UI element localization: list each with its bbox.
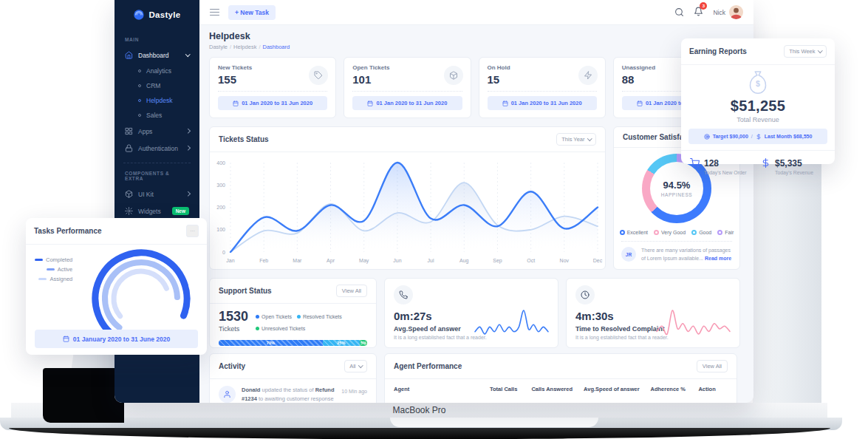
- bottom-row: Activity All Donald updated the status o…: [209, 353, 740, 403]
- happiness-label: HAPPINESS: [661, 192, 693, 197]
- bar-segment: 70%: [219, 340, 323, 346]
- activity-time: 10 Min ago: [341, 389, 367, 394]
- laptop-bezel: MacBook Pro: [11, 403, 827, 418]
- tickets-filter-dropdown[interactable]: This Year: [556, 133, 596, 146]
- tasks-legend: CompletedActiveAssigned: [35, 256, 72, 282]
- tasks-menu-button[interactable]: ...: [186, 225, 199, 237]
- dollar-icon: [756, 134, 762, 140]
- chevron-right-icon: [185, 191, 190, 196]
- search-icon[interactable]: [674, 7, 684, 17]
- stat-card-on-hold: On Hold 15 01 Jan 2020 to 31 Jun 2020: [479, 57, 606, 118]
- laptop-hinge-shadow: [43, 368, 124, 423]
- legend-item: Excellent: [620, 230, 648, 235]
- new-badge: New: [172, 207, 189, 215]
- calendar-icon: [367, 101, 373, 106]
- new-task-button[interactable]: + New Task: [228, 5, 276, 20]
- sidebar-item-sales[interactable]: Sales: [132, 108, 199, 123]
- calendar-icon: [63, 336, 69, 342]
- dashboard-submenu: Analytics CRM Helpdesk Sales: [115, 64, 199, 123]
- note-avatar: JR: [621, 247, 636, 262]
- todays-revenue: $5,335 Today's Revenue: [761, 156, 826, 175]
- main-content: Helpdesk Dastyle/Helpdesk/Dashboard New …: [199, 25, 753, 403]
- app-logo[interactable]: Dastyle: [115, 9, 199, 21]
- activity-item[interactable]: Donald updated the status of Refund #123…: [210, 379, 376, 403]
- calendar-icon: [233, 101, 239, 106]
- date-range-button[interactable]: 01 Jan 2020 to 31 Jun 2020: [352, 96, 462, 110]
- logo-text: Dastyle: [148, 10, 180, 19]
- agent-table-header: Agent Total Calls Calls Answered Avg.Spe…: [385, 379, 737, 399]
- earning-reports-card: Earning Reports This Week $ $51,255 Tota…: [681, 38, 835, 164]
- charts-row: Tickets Status This Year JanFebMarAprMay…: [209, 126, 740, 270]
- svg-text:0: 0: [222, 250, 225, 255]
- svg-text:$: $: [756, 79, 760, 88]
- stat-card-open-tickets: Open Tickets 101 01 Jan 2020 to 31 Jun 2…: [344, 57, 471, 118]
- happiness-percent: 94.5%: [663, 180, 691, 191]
- svg-text:Mar: Mar: [293, 258, 302, 263]
- agent-view-all-button[interactable]: View All: [697, 360, 728, 372]
- app-window: Dastyle MAIN Dashboard Analytics CRM Hel…: [115, 0, 753, 403]
- user-menu[interactable]: Nick: [713, 5, 743, 19]
- svg-text:May: May: [359, 258, 369, 264]
- chevron-down-icon: [587, 136, 592, 140]
- svg-text:Jan: Jan: [226, 258, 234, 263]
- read-more-link[interactable]: Read more: [705, 256, 731, 261]
- tickets-status-chart: JanFebMarAprMayJunJulAugSepOctNovDec0100…: [210, 154, 605, 268]
- clock-icon: [575, 285, 595, 304]
- tasks-date-range-button[interactable]: 01 January 2020 to 31 June 2020: [35, 330, 198, 348]
- support-status-panel: Support Status View All 1530 Tickets Ope…: [209, 278, 377, 348]
- svg-text:Nov: Nov: [560, 258, 570, 263]
- support-view-all-button[interactable]: View All: [336, 285, 367, 297]
- page-title: Helpdesk: [209, 31, 740, 41]
- earning-filter-dropdown[interactable]: This Week: [784, 45, 827, 58]
- svg-text:Sep: Sep: [493, 258, 502, 264]
- avatar: [729, 5, 743, 19]
- bullet-icon: [138, 114, 141, 117]
- user-icon: [219, 386, 236, 403]
- sidebar-item-authentication[interactable]: Authentication: [115, 140, 199, 157]
- user-name: Nick: [713, 9, 725, 16]
- tasks-performance-card: Tasks Performance ... CompletedActiveAss…: [26, 218, 207, 355]
- menu-toggle-icon[interactable]: [210, 9, 219, 16]
- box-icon: [125, 190, 133, 198]
- legend-item: Unresolved Tickets: [256, 324, 305, 333]
- macbook-label: MacBook Pro: [392, 405, 445, 415]
- legend-item: Open Tickets: [256, 313, 292, 321]
- tickets-status-title: Tickets Status: [219, 135, 269, 143]
- svg-text:Jun: Jun: [393, 258, 401, 263]
- sidebar-item-crm[interactable]: CRM: [132, 78, 199, 93]
- sidebar-item-helpdesk[interactable]: Helpdesk: [132, 93, 199, 108]
- gear-icon: [125, 207, 133, 215]
- activity-filter-dropdown[interactable]: All: [344, 360, 367, 372]
- stat-card-new-tickets: New Tickets 155 01 Jan 2020 to 31 Jun 20…: [209, 57, 336, 118]
- dollar-icon: [761, 157, 770, 171]
- sidebar-item-analytics[interactable]: Analytics: [132, 64, 199, 78]
- sidebar-item-ui-kit[interactable]: UI Kit: [115, 186, 199, 203]
- sidebar-item-dashboard[interactable]: Dashboard: [115, 47, 199, 64]
- sidebar-divider: [123, 163, 191, 163]
- notifications-button[interactable]: 3: [694, 6, 703, 19]
- svg-text:Apr: Apr: [327, 258, 335, 264]
- todays-new-order: 128 Today's New Order: [690, 156, 755, 175]
- svg-text:300: 300: [216, 183, 225, 188]
- bolt-icon: [578, 66, 598, 85]
- date-range-button[interactable]: 01 Jan 2020 to 31 Jun 2020: [488, 96, 597, 110]
- sidebar-item-widgets[interactable]: Widgets New: [115, 203, 199, 220]
- lock-icon: [125, 144, 133, 152]
- legend-item: Active: [47, 266, 72, 273]
- satisfaction-legend: ExcellentVery GoodGoodFair: [620, 230, 734, 235]
- breadcrumb: Dastyle/Helpdesk/Dashboard: [209, 44, 740, 50]
- svg-text:100: 100: [216, 227, 225, 232]
- svg-text:400: 400: [216, 160, 225, 166]
- svg-text:Feb: Feb: [259, 258, 268, 263]
- date-range-button[interactable]: 01 Jan 2020 to 31 Jun 2020: [218, 96, 327, 110]
- target-band: Target $90,000 / Last Month $68,550: [688, 129, 827, 144]
- speed-sparkline: [473, 308, 550, 336]
- legend-item: Good: [691, 230, 711, 235]
- legend-item: Fair: [717, 230, 734, 235]
- calendar-icon: [637, 101, 643, 106]
- svg-text:Oct: Oct: [527, 258, 535, 263]
- kpi-row: Support Status View All 1530 Tickets Ope…: [209, 278, 740, 348]
- bar-segment: 25%: [323, 340, 360, 346]
- sidebar-item-apps[interactable]: Apps: [115, 123, 199, 140]
- laptop-bottom-shadow: [9, 428, 830, 439]
